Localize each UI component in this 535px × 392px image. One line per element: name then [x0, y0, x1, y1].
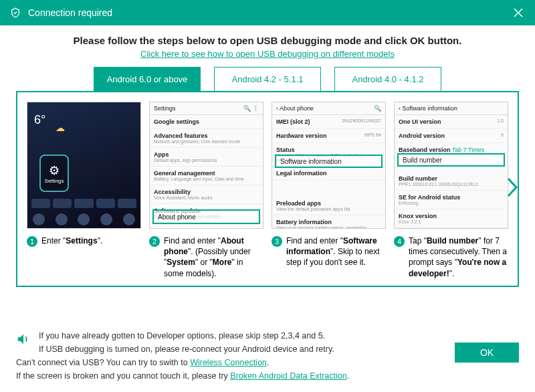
step-2-screenshot: Settings🔍 ⋮ Google settingsAdvanced feat…	[149, 102, 263, 229]
step-4: ‹ Software information One UI version1.0…	[394, 102, 508, 279]
tap-7-label: Tab 7 Times	[452, 146, 485, 153]
step-2-caption: 2 Find and enter "About phone". (Possibl…	[149, 235, 263, 279]
headline: Please follow the steps below to open US…	[16, 35, 519, 46]
step-1-text: Enter "Settings".	[41, 235, 102, 247]
footer-line-2: If USB debugging is turned on, please re…	[39, 342, 334, 356]
step-4-text: Tap "Build number" for 7 times consecuti…	[409, 235, 508, 279]
settings-label: Settings	[45, 178, 64, 184]
tab-android-42[interactable]: Android 4.2 - 5.1.1	[214, 67, 321, 92]
gear-icon: ⚙	[49, 163, 60, 178]
about-phone-highlight: About phone	[152, 209, 260, 224]
about-rows-2: Preloaded appsView the default preloaded…	[272, 197, 385, 229]
titlebar-title: Connection required	[28, 7, 112, 18]
settings-header: Settings🔍 ⋮	[150, 102, 263, 115]
tabs: Android 6.0 or above Android 4.2 - 5.1.1…	[16, 67, 519, 92]
step-num-1: 1	[27, 236, 37, 247]
step-4-caption: 4 Tap "Build number" for 7 times consecu…	[394, 235, 508, 279]
dock	[27, 213, 140, 225]
next-arrow-icon[interactable]	[506, 176, 520, 201]
swinfo-rows-2: Build numberPPR1.180610.011.G960USQU1CRL…	[395, 172, 508, 228]
step-num-4: 4	[394, 236, 405, 247]
broken-android-link[interactable]: Broken Android Data Extraction	[230, 371, 346, 381]
settings-app-icon: ⚙ Settings	[39, 155, 69, 192]
speaker-icon[interactable]	[16, 332, 32, 351]
about-header: ‹ About phone🔍	[272, 102, 385, 115]
content: Please follow the steps below to open US…	[0, 25, 535, 325]
step-1-caption: 1 Enter "Settings".	[27, 235, 141, 247]
footer-line-3: Can't connect via USB? You can try to sw…	[16, 356, 519, 369]
tab-android-40[interactable]: Android 4.0 - 4.1.2	[334, 67, 441, 92]
dialog-window: Connection required Please follow the st…	[0, 0, 535, 392]
step-3: ‹ About phone🔍 IMEI (slot 2)364290091199…	[272, 102, 386, 279]
tab-android-6[interactable]: Android 6.0 or above	[94, 67, 201, 92]
wireless-connection-link[interactable]: Wireless Connection	[190, 358, 267, 367]
weather-icon: ☁	[56, 122, 65, 133]
steps-row: 6° ☁ ⚙ Settings 1 Enter "Settings".	[27, 102, 508, 279]
shield-icon	[9, 7, 21, 19]
ok-button[interactable]: OK	[455, 342, 519, 363]
temp-widget: 6°	[34, 113, 45, 127]
app-grid	[31, 199, 136, 208]
settings-items: Google settingsAdvanced featuresMotions …	[150, 115, 263, 223]
footer-text-block: If you have already gotten to Developer …	[39, 329, 334, 356]
step-2: Settings🔍 ⋮ Google settingsAdvanced feat…	[149, 102, 263, 279]
step-num-3: 3	[272, 236, 282, 247]
build-number-highlight: Build number	[397, 153, 505, 167]
step-3-caption: 3 Find and enter "Software information".…	[272, 235, 386, 268]
models-link[interactable]: Click here to see how to open USB debugg…	[16, 49, 519, 59]
about-rows: IMEI (slot 2)364290091199107Hardware ver…	[272, 115, 385, 181]
step-2-text: Find and enter "About phone". (Possibly …	[164, 235, 263, 279]
swinfo-header: ‹ Software information	[395, 102, 508, 115]
footer-line-4: If the screen is broken and you cannot t…	[16, 369, 519, 383]
steps-panel: 6° ☁ ⚙ Settings 1 Enter "Settings".	[16, 91, 519, 287]
step-3-text: Find and enter "Software information". S…	[286, 235, 386, 268]
swinfo-rows: One UI version1.0Android version9	[395, 115, 508, 143]
titlebar: Connection required	[0, 0, 535, 25]
step-num-2: 2	[149, 236, 160, 247]
software-info-highlight: Software information	[275, 155, 383, 168]
step-1: 6° ☁ ⚙ Settings 1 Enter "Settings".	[27, 102, 141, 279]
footer: If you have already gotten to Developer …	[0, 325, 535, 392]
step-4-screenshot: ‹ Software information One UI version1.0…	[394, 102, 508, 229]
step-1-screenshot: 6° ☁ ⚙ Settings	[27, 102, 141, 229]
close-icon[interactable]	[511, 5, 526, 20]
step-3-screenshot: ‹ About phone🔍 IMEI (slot 2)364290091199…	[272, 102, 386, 229]
footer-line-1: If you have already gotten to Developer …	[39, 329, 334, 342]
